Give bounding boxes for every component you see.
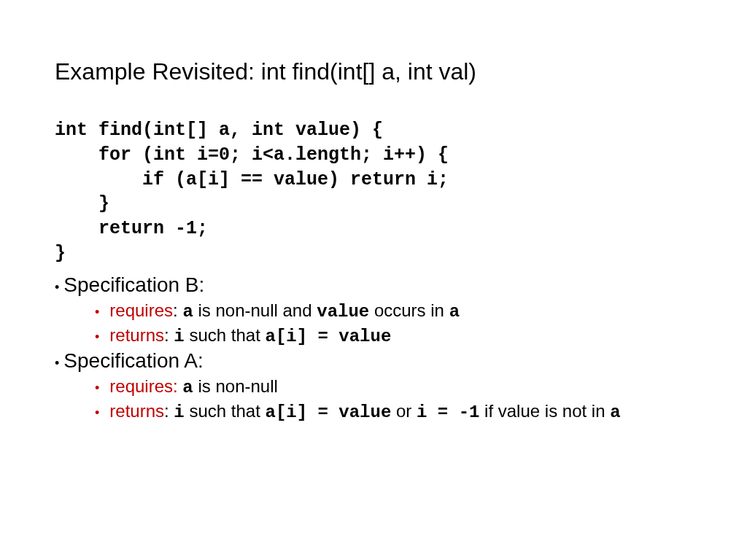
bullet-dot-icon: •	[55, 281, 59, 294]
spec-text: returns: i such that a[i] = value or i =…	[109, 400, 620, 424]
code-block: int find(int[] a, int value) { for (int …	[55, 118, 692, 266]
slide-title: Example Revisited: int find(int[] a, int…	[55, 58, 692, 85]
bullet-icon: •	[95, 406, 99, 419]
spec-text: returns: i such that a[i] = value	[109, 324, 391, 348]
bullet-dot-icon: •	[55, 357, 59, 370]
spec-a-heading: • Specification A:	[55, 349, 692, 373]
bullet-icon: •	[95, 306, 99, 319]
spec-text: requires: a is non-null	[109, 376, 278, 399]
spec-b-requires: • requires: a is non-null and value occu…	[95, 300, 692, 323]
heading-text: Specification B:	[63, 273, 204, 297]
spec-a-requires: • requires: a is non-null	[95, 376, 692, 399]
spec-b-returns: • returns: i such that a[i] = value	[95, 324, 692, 348]
code-line: for (int i=0; i<a.length; i++) {	[55, 143, 692, 168]
bullet-icon: •	[95, 381, 99, 394]
spec-b-heading: • Specification B:	[55, 273, 692, 297]
code-line: return -1;	[55, 217, 692, 241]
code-line: }	[55, 241, 692, 266]
code-line: }	[55, 192, 692, 217]
code-line: if (a[i] == value) return i;	[55, 168, 692, 192]
code-line: int find(int[] a, int value) {	[55, 118, 692, 143]
heading-text: Specification A:	[63, 349, 203, 373]
spec-a-returns: • returns: i such that a[i] = value or i…	[95, 400, 692, 424]
spec-text: requires: a is non-null and value occurs…	[109, 300, 460, 323]
bullet-icon: •	[95, 330, 99, 343]
